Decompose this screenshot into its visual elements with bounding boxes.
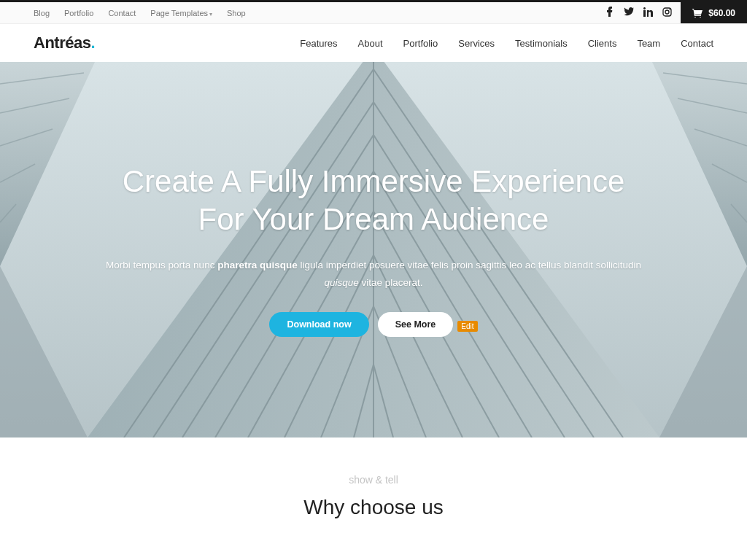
nav-team[interactable]: Team [637,38,660,49]
hero-headline: Create A Fully Immersive Experience For … [104,163,643,239]
cart-button[interactable]: $60.00 [681,2,747,23]
utility-right: $60.00 [600,2,747,23]
hero-sub-mid: ligula imperdiet posuere vitae felis pro… [298,260,641,271]
social-icons [600,7,676,19]
cart-amount: $60.00 [708,8,735,18]
utility-bar: Blog Portfolio Contact Page Templates▾ S… [0,2,747,24]
util-link-page-templates-label: Page Templates [150,9,208,18]
hero-subtext: Morbi tempus porta nunc pharetra quisque… [104,257,643,292]
main-nav: Features About Portfolio Services Testim… [300,38,713,49]
why-choose-section: show & tell Why choose us [0,438,747,519]
section-title: Why choose us [0,496,747,519]
util-link-contact[interactable]: Contact [108,9,136,18]
cart-icon [692,9,703,18]
hero-sub-strong: pharetra quisque [217,260,298,271]
see-more-button[interactable]: See More [378,312,454,337]
hero-sub-em: quisque [324,277,358,288]
util-link-page-templates[interactable]: Page Templates▾ [150,9,212,18]
hero-buttons: Download now See More Edit [104,312,643,337]
logo-text: Antréas [34,34,90,52]
twitter-icon[interactable] [619,7,638,18]
nav-services[interactable]: Services [458,38,495,49]
hero-sub-pre: Morbi tempus porta nunc [106,260,217,271]
linkedin-icon[interactable] [638,7,657,19]
nav-contact[interactable]: Contact [681,38,713,49]
nav-portfolio[interactable]: Portfolio [403,38,438,49]
util-link-blog[interactable]: Blog [34,9,50,18]
main-navbar: Antréas. Features About Portfolio Servic… [0,24,747,62]
svg-point-1 [665,10,669,14]
instagram-icon[interactable] [657,7,676,19]
facebook-icon[interactable] [600,7,619,19]
nav-clients[interactable]: Clients [588,38,617,49]
nav-testimonials[interactable]: Testimonials [515,38,568,49]
logo-dot: . [90,34,95,52]
section-eyebrow: show & tell [0,474,747,486]
hero-content: Create A Fully Immersive Experience For … [89,163,658,338]
nav-about[interactable]: About [358,38,383,49]
download-button[interactable]: Download now [269,312,368,337]
chevron-down-icon: ▾ [209,11,212,18]
edit-tag[interactable]: Edit [457,321,477,332]
svg-point-2 [669,9,670,9]
hero-sub-post: vitae placerat. [359,277,423,288]
nav-features[interactable]: Features [300,38,337,49]
util-link-shop[interactable]: Shop [227,9,246,18]
util-link-portfolio[interactable]: Portfolio [64,9,93,18]
hero: Create A Fully Immersive Experience For … [0,62,747,438]
utility-nav: Blog Portfolio Contact Page Templates▾ S… [0,2,260,23]
logo[interactable]: Antréas. [34,34,95,52]
